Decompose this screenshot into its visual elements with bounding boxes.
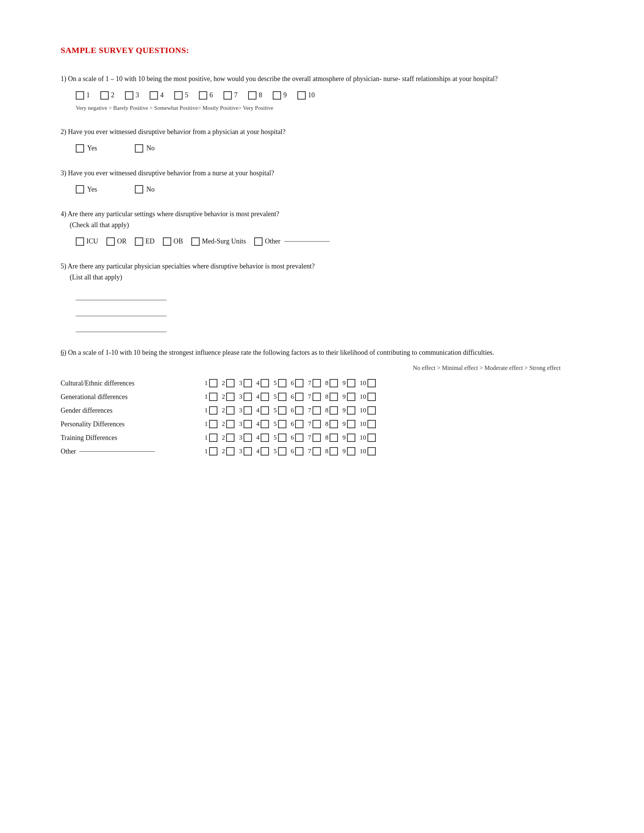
scale-checkbox-3[interactable] — [125, 91, 134, 100]
r-cultural-1[interactable]: 1 — [204, 379, 217, 388]
scale-item-4[interactable]: 4 — [150, 91, 164, 100]
scale-item-9[interactable]: 9 — [273, 91, 287, 100]
r-pers-2[interactable]: 2 — [222, 420, 235, 428]
r-gen-2[interactable]: 2 — [222, 392, 235, 401]
r-gender-2[interactable]: 2 — [222, 406, 235, 415]
r-gen-6[interactable]: 6 — [291, 392, 304, 401]
r-gender-3[interactable]: 3 — [239, 406, 252, 415]
r-train-8[interactable]: 8 — [325, 434, 338, 442]
q5-line-2[interactable] — [76, 306, 167, 316]
r-other-4[interactable]: 4 — [256, 447, 269, 455]
scale-item-6[interactable]: 6 — [199, 91, 213, 100]
scale-item-3[interactable]: 3 — [125, 91, 139, 100]
scale-item-7[interactable]: 7 — [224, 91, 238, 100]
r-pers-10[interactable]: 10 — [360, 420, 376, 428]
r-pers-1[interactable]: 1 — [204, 420, 217, 428]
r-pers-4[interactable]: 4 — [256, 420, 269, 428]
scale-checkbox-5[interactable] — [174, 91, 183, 100]
r-other-2[interactable]: 2 — [222, 447, 235, 455]
q2-yes[interactable]: Yes — [76, 144, 97, 153]
q2-no-checkbox[interactable] — [135, 144, 143, 153]
r-other-9[interactable]: 9 — [343, 447, 355, 455]
q5-line-3[interactable] — [76, 322, 167, 332]
q4-other-checkbox[interactable] — [254, 237, 262, 246]
q3-no-checkbox[interactable] — [135, 185, 143, 193]
q3-yes-checkbox[interactable] — [76, 185, 84, 193]
q4-ed[interactable]: ED — [135, 237, 155, 246]
r-cultural-2[interactable]: 2 — [222, 379, 235, 388]
r-pers-8[interactable]: 8 — [325, 420, 338, 428]
r-gender-4[interactable]: 4 — [256, 406, 269, 415]
r-train-5[interactable]: 5 — [274, 434, 287, 442]
r-gen-5[interactable]: 5 — [274, 392, 287, 401]
q4-ob[interactable]: OB — [163, 237, 183, 246]
r-gen-1[interactable]: 1 — [204, 392, 217, 401]
r-train-9[interactable]: 9 — [343, 434, 355, 442]
q2-yes-checkbox[interactable] — [76, 144, 84, 153]
scale-checkbox-6[interactable] — [199, 91, 207, 100]
r-train-4[interactable]: 4 — [256, 434, 269, 442]
r-gen-4[interactable]: 4 — [256, 392, 269, 401]
r-train-2[interactable]: 2 — [222, 434, 235, 442]
scale-checkbox-10[interactable] — [297, 91, 306, 100]
r-gender-6[interactable]: 6 — [291, 406, 304, 415]
r-other-5[interactable]: 5 — [274, 447, 287, 455]
r-cultural-8[interactable]: 8 — [325, 379, 338, 388]
q5-line-1[interactable] — [76, 289, 167, 300]
q4-medsurg[interactable]: Med-Surg Units — [191, 237, 246, 246]
r-cultural-5[interactable]: 5 — [274, 379, 287, 388]
r-other-10[interactable]: 10 — [360, 447, 376, 455]
r-train-1[interactable]: 1 — [204, 434, 217, 442]
r-gender-9[interactable]: 9 — [343, 406, 355, 415]
r-cultural-3[interactable]: 3 — [239, 379, 252, 388]
q3-yes[interactable]: Yes — [76, 185, 97, 193]
r-other-3[interactable]: 3 — [239, 447, 252, 455]
r-gen-10[interactable]: 10 — [360, 392, 376, 401]
r-cultural-6[interactable]: 6 — [291, 379, 304, 388]
r-pers-3[interactable]: 3 — [239, 420, 252, 428]
q4-ed-checkbox[interactable] — [135, 237, 143, 246]
r-pers-7[interactable]: 7 — [308, 420, 321, 428]
q4-ob-checkbox[interactable] — [163, 237, 171, 246]
scale-checkbox-8[interactable] — [248, 91, 256, 100]
q2-no[interactable]: No — [135, 144, 155, 153]
r-other-7[interactable]: 7 — [308, 447, 321, 455]
r-cultural-9[interactable]: 9 — [343, 379, 355, 388]
scale-checkbox-1[interactable] — [76, 91, 84, 100]
r-gender-1[interactable]: 1 — [204, 406, 217, 415]
q4-other-line[interactable] — [284, 241, 330, 241]
scale-checkbox-9[interactable] — [273, 91, 281, 100]
r-gen-3[interactable]: 3 — [239, 392, 252, 401]
scale-checkbox-7[interactable] — [224, 91, 232, 100]
q4-other[interactable]: Other — [254, 237, 330, 246]
r-cultural-4[interactable]: 4 — [256, 379, 269, 388]
scale-item-10[interactable]: 10 — [297, 91, 315, 100]
q4-icu[interactable]: ICU — [76, 237, 98, 246]
scale-checkbox-2[interactable] — [100, 91, 109, 100]
r-gen-8[interactable]: 8 — [325, 392, 338, 401]
r-cultural-10[interactable]: 10 — [360, 379, 376, 388]
scale-item-1[interactable]: 1 — [76, 91, 90, 100]
q4-icu-checkbox[interactable] — [76, 237, 84, 246]
r-train-6[interactable]: 6 — [291, 434, 304, 442]
scale-item-5[interactable]: 5 — [174, 91, 188, 100]
r-other-6[interactable]: 6 — [291, 447, 304, 455]
r-other-1[interactable]: 1 — [204, 447, 217, 455]
r-pers-6[interactable]: 6 — [291, 420, 304, 428]
r-train-3[interactable]: 3 — [239, 434, 252, 442]
rating-other-line[interactable] — [79, 451, 155, 452]
q4-medsurg-checkbox[interactable] — [191, 237, 200, 246]
scale-checkbox-4[interactable] — [150, 91, 158, 100]
r-train-7[interactable]: 7 — [308, 434, 321, 442]
scale-item-8[interactable]: 8 — [248, 91, 262, 100]
r-gen-7[interactable]: 7 — [308, 392, 321, 401]
r-pers-5[interactable]: 5 — [274, 420, 287, 428]
q3-no[interactable]: No — [135, 185, 155, 193]
r-pers-9[interactable]: 9 — [343, 420, 355, 428]
r-gender-10[interactable]: 10 — [360, 406, 376, 415]
q4-or-checkbox[interactable] — [106, 237, 115, 246]
r-other-8[interactable]: 8 — [325, 447, 338, 455]
r-gender-7[interactable]: 7 — [308, 406, 321, 415]
r-cultural-7[interactable]: 7 — [308, 379, 321, 388]
q4-or[interactable]: OR — [106, 237, 127, 246]
